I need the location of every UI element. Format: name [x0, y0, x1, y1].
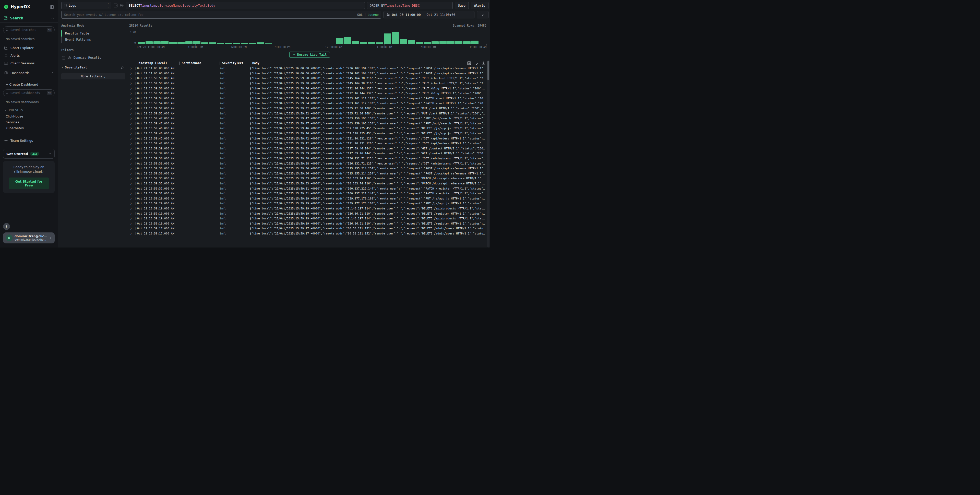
saved-dashboards-field[interactable] [11, 91, 47, 95]
log-row[interactable]: ❯Oct 21 10:59:54.000 AMinfo{"time_local"… [129, 101, 485, 106]
select-columns-input[interactable]: SELECT Timestamp ,ServiceName,SeverityTe… [126, 2, 365, 9]
log-row[interactable]: ❯Oct 21 10:59:47.000 AMinfo{"time_local"… [129, 121, 485, 126]
edit-sql-icon[interactable] [113, 3, 118, 8]
column-resize-handle[interactable] [250, 62, 250, 65]
row-expand-chevron[interactable]: ❯ [129, 162, 135, 165]
more-filters-button[interactable]: More filters ⌄ [61, 73, 125, 80]
log-row[interactable]: ❯Oct 21 10:59:17.000 AMinfo{"time_local"… [129, 231, 485, 236]
log-row[interactable]: ❯Oct 21 10:59:39.000 AMinfo{"time_local"… [129, 146, 485, 151]
pin-icon[interactable] [121, 66, 124, 69]
log-row[interactable]: ❯Oct 21 10:59:19.000 AMinfo{"time_local"… [129, 206, 485, 211]
row-expand-chevron[interactable]: ❯ [129, 67, 135, 70]
row-expand-chevron[interactable]: ❯ [129, 167, 135, 170]
row-expand-chevron[interactable]: ❯ [129, 112, 135, 115]
preset-dashboard-services[interactable]: Services [3, 119, 55, 125]
denoise-results-toggle[interactable]: Denoise Results [61, 56, 125, 60]
log-row[interactable]: ❯Oct 21 10:59:47.000 AMinfo{"time_local"… [129, 116, 485, 121]
log-row[interactable]: ❯Oct 21 10:59:58.000 AMinfo{"time_local"… [129, 76, 485, 81]
row-expand-chevron[interactable]: ❯ [129, 107, 135, 110]
sidebar-item-alerts[interactable]: Alerts [3, 52, 55, 59]
table-scrollbar[interactable] [487, 60, 490, 247]
row-expand-chevron[interactable]: ❯ [129, 182, 135, 185]
log-row[interactable]: ❯Oct 21 10:59:46.000 AMinfo{"time_local"… [129, 131, 485, 136]
row-expand-chevron[interactable]: ❯ [129, 137, 135, 140]
log-row[interactable]: ❯Oct 21 10:59:46.000 AMinfo{"time_local"… [129, 126, 485, 131]
get-started-card[interactable]: Get Started 3/3 [3, 149, 55, 159]
row-expand-chevron[interactable]: ❯ [129, 227, 135, 230]
row-expand-chevron[interactable]: ❯ [129, 117, 135, 120]
log-row[interactable]: ❯Oct 21 10:59:29.000 AMinfo{"time_local"… [129, 196, 485, 201]
saved-searches-field[interactable] [11, 28, 47, 32]
saved-searches-input[interactable]: ⌘K [3, 26, 55, 33]
log-row[interactable]: ❯Oct 21 10:59:38.000 AMinfo{"time_local"… [129, 161, 485, 166]
presets-toggle[interactable]: PRESETS [3, 107, 55, 113]
log-row[interactable]: ❯Oct 21 10:59:52.000 AMinfo{"time_local"… [129, 106, 485, 111]
log-row[interactable]: ❯Oct 21 10:59:52.000 AMinfo{"time_local"… [129, 111, 485, 116]
denoise-checkbox[interactable] [62, 56, 65, 59]
log-row[interactable]: ❯Oct 21 10:59:36.000 AMinfo{"time_local"… [129, 171, 485, 176]
lucene-mode-link[interactable]: Lucene [368, 13, 379, 17]
row-expand-chevron[interactable]: ❯ [129, 192, 135, 195]
row-expand-chevron[interactable]: ❯ [129, 197, 135, 200]
log-row[interactable]: ❯Oct 21 10:59:33.000 AMinfo{"time_local"… [129, 181, 485, 186]
log-row[interactable]: ❯Oct 21 10:59:42.000 AMinfo{"time_local"… [129, 141, 485, 146]
row-expand-chevron[interactable]: ❯ [129, 177, 135, 180]
row-expand-chevron[interactable]: ❯ [129, 157, 135, 160]
log-row[interactable]: ❯Oct 21 10:59:56.000 AMinfo{"time_local"… [129, 86, 485, 91]
orderby-input[interactable]: ORDER BY TimestampTime DESC [367, 2, 453, 9]
row-expand-chevron[interactable]: ❯ [129, 132, 135, 135]
save-button[interactable]: Save [455, 2, 469, 9]
row-expand-chevron[interactable]: ❯ [129, 142, 135, 145]
log-row[interactable]: ❯Oct 21 11:00:00.000 AMinfo{"time_local"… [129, 71, 485, 76]
sidebar-item-team-settings[interactable]: Team Settings [3, 137, 55, 144]
get-started-free-button[interactable]: Get Started for Free [9, 178, 49, 189]
log-row[interactable]: ❯Oct 21 10:59:19.000 AMinfo{"time_local"… [129, 216, 485, 221]
search-input[interactable] [61, 11, 381, 19]
run-query-button[interactable] [477, 11, 488, 18]
row-expand-chevron[interactable]: ❯ [129, 102, 135, 105]
sidebar-item-dashboards[interactable]: Dashboards [3, 69, 55, 76]
row-expand-chevron[interactable]: ❯ [129, 172, 135, 175]
row-expand-chevron[interactable]: ❯ [129, 77, 135, 80]
sidebar-item-client-sessions[interactable]: Client Sessions [3, 59, 55, 67]
row-expand-chevron[interactable]: ❯ [129, 217, 135, 220]
log-row[interactable]: ❯Oct 21 10:59:39.000 AMinfo{"time_local"… [129, 151, 485, 156]
scrollbar-thumb[interactable] [487, 61, 489, 80]
alerts-button[interactable]: Alerts [471, 2, 488, 9]
row-expand-chevron[interactable]: ❯ [129, 72, 135, 75]
row-expand-chevron[interactable]: ❯ [129, 122, 135, 125]
log-row[interactable]: ❯Oct 21 10:59:33.000 AMinfo{"time_local"… [129, 176, 485, 181]
sidebar-collapse-icon[interactable] [50, 5, 54, 9]
help-button[interactable]: ? [3, 223, 10, 230]
column-resize-handle[interactable] [179, 62, 180, 65]
log-row[interactable]: ❯Oct 21 10:59:42.000 AMinfo{"time_local"… [129, 136, 485, 141]
events-histogram[interactable]: 3.2K 0 Oct 20 11:00:00 AM3:00:00 PM6:00:… [129, 31, 490, 49]
log-row[interactable]: ❯Oct 21 10:59:29.000 AMinfo{"time_local"… [129, 201, 485, 206]
sidebar-item-search[interactable]: Search [0, 14, 58, 22]
log-row[interactable]: ❯Oct 21 10:59:19.000 AMinfo{"time_local"… [129, 211, 485, 216]
resume-live-tail-button[interactable]: Resume Live Tail [289, 52, 330, 58]
row-expand-chevron[interactable]: ❯ [129, 187, 135, 190]
row-expand-chevron[interactable]: ❯ [129, 97, 135, 100]
row-expand-chevron[interactable]: ❯ [129, 202, 135, 205]
settings-gear-icon[interactable] [120, 3, 124, 8]
row-expand-chevron[interactable]: ❯ [129, 212, 135, 215]
column-resize-handle[interactable] [220, 62, 220, 65]
user-menu[interactable]: D dominic.tran@clic… dominic.tran@clickh… [3, 232, 55, 244]
mode-results-table[interactable]: Results Table [61, 30, 125, 37]
source-select[interactable]: Logs ⌃⌄ [61, 2, 111, 9]
log-row[interactable]: ❯Oct 21 10:59:31.000 AMinfo{"time_local"… [129, 186, 485, 191]
row-expand-chevron[interactable]: ❯ [129, 207, 135, 210]
log-row[interactable]: ❯Oct 21 10:59:19.000 AMinfo{"time_local"… [129, 221, 485, 226]
log-row[interactable]: ❯Oct 21 10:59:17.000 AMinfo{"time_local"… [129, 226, 485, 231]
log-row[interactable]: ❯Oct 21 11:00:00.000 AMinfo{"time_local"… [129, 66, 485, 71]
log-row[interactable]: ❯Oct 21 10:59:31.000 AMinfo{"time_local"… [129, 191, 485, 196]
log-row[interactable]: ❯Oct 21 10:59:58.000 AMinfo{"time_local"… [129, 81, 485, 86]
row-expand-chevron[interactable]: ❯ [129, 127, 135, 130]
preset-dashboard-kubernetes[interactable]: Kubernetes [3, 125, 55, 131]
row-expand-chevron[interactable]: ❯ [129, 232, 135, 235]
severity-filter-expander[interactable]: › SeverityText [61, 66, 125, 69]
log-row[interactable]: ❯Oct 21 10:59:38.000 AMinfo{"time_local"… [129, 156, 485, 161]
log-row[interactable]: ❯Oct 21 10:59:56.000 AMinfo{"time_local"… [129, 91, 485, 96]
log-row[interactable]: ❯Oct 21 10:59:36.000 AMinfo{"time_local"… [129, 166, 485, 171]
